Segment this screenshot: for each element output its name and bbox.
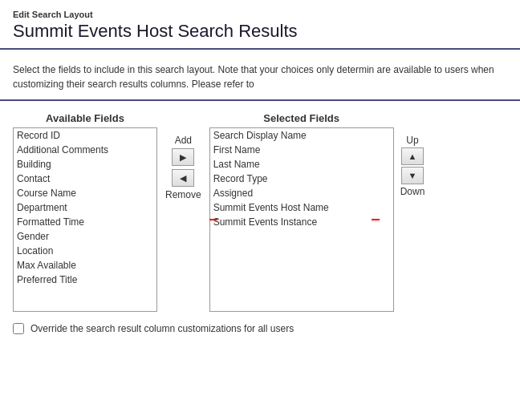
add-label: Add [175, 135, 192, 146]
list-item[interactable]: Preferred Title [14, 273, 156, 287]
list-item[interactable]: Building [14, 157, 156, 172]
description: Select the fields to include in this sea… [0, 58, 520, 101]
up-label: Up [406, 135, 418, 146]
selected-fields-label: Selected Fields [263, 112, 339, 124]
right-controls: Up ▲ ▼ Down [394, 135, 432, 197]
list-item[interactable]: Summit Events Host Name [210, 200, 393, 215]
add-button[interactable]: ▶ [172, 148, 194, 166]
remove-label: Remove [165, 189, 201, 200]
list-item[interactable]: Search Display Name [210, 128, 393, 143]
down-button[interactable]: ▼ [401, 167, 424, 184]
middle-controls: Add ▶ ◀ Remove [157, 135, 209, 200]
page-header: Edit Search Layout Summit Events Host Se… [0, 0, 520, 50]
list-item[interactable]: Record ID [14, 128, 156, 143]
layout-container: Available Fields Record IDAdditional Com… [0, 112, 520, 312]
list-item[interactable]: Record Type [210, 172, 393, 186]
selected-fields-panel: Selected Fields Search Display NameFirst… [209, 112, 394, 312]
list-item[interactable]: Location [14, 244, 156, 258]
list-item[interactable]: Assigned [210, 186, 393, 200]
override-row: Override the search result column custom… [0, 312, 520, 345]
red-dash-right [372, 219, 380, 220]
description-text: Select the fields to include in this sea… [13, 64, 494, 90]
list-item[interactable]: Contact [14, 172, 156, 186]
red-dash-left [209, 219, 217, 220]
selected-fields-list[interactable]: Search Display NameFirst NameLast NameRe… [209, 127, 394, 312]
list-item[interactable]: Gender [14, 229, 156, 244]
override-checkbox[interactable] [13, 323, 24, 334]
edit-label: Edit Search Layout [13, 10, 507, 19]
list-item[interactable]: Course Name [14, 186, 156, 200]
override-label: Override the search result column custom… [30, 323, 294, 334]
page-title: Summit Events Host Search Results [13, 21, 507, 42]
available-fields-panel: Available Fields Record IDAdditional Com… [13, 112, 157, 312]
list-item[interactable]: Department [14, 200, 156, 215]
list-item[interactable]: Additional Comments [14, 143, 156, 157]
available-fields-list[interactable]: Record IDAdditional CommentsBuildingCont… [13, 127, 157, 312]
up-button[interactable]: ▲ [401, 147, 424, 165]
list-item[interactable]: Last Name [210, 157, 393, 172]
list-item[interactable]: First Name [210, 143, 393, 157]
list-item[interactable]: Summit Events Instance [210, 215, 393, 229]
list-item[interactable]: Max Available [14, 258, 156, 273]
down-label: Down [400, 186, 425, 197]
remove-button[interactable]: ◀ [172, 169, 194, 187]
available-fields-label: Available Fields [46, 112, 124, 124]
list-item[interactable]: Formatted Time [14, 215, 156, 229]
